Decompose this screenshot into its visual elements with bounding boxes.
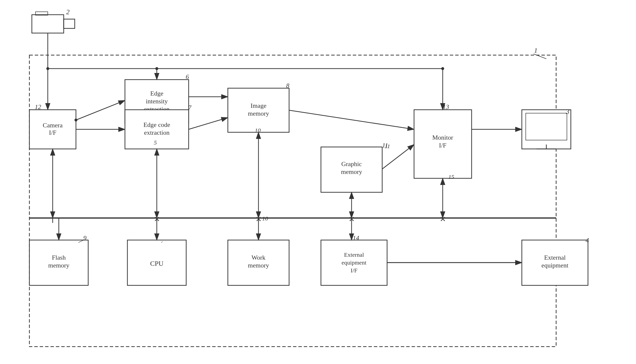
svg-line-38 [382,144,414,169]
svg-text:memory: memory [248,262,269,269]
svg-text:Flash: Flash [52,254,66,261]
svg-rect-74 [128,240,186,285]
svg-text:Graphic: Graphic [341,160,362,168]
svg-line-16 [76,100,125,120]
svg-text:8: 8 [286,82,289,89]
diagram-container: 1 2 Camera I/F 12 Edge intensity extract… [7,7,629,357]
svg-text:memory: memory [341,168,362,176]
svg-text:4: 4 [586,236,589,244]
svg-text:✕: ✕ [256,215,262,223]
svg-rect-34 [321,147,382,192]
svg-text:3: 3 [566,108,569,115]
svg-line-5 [534,54,546,59]
svg-rect-77 [228,240,289,285]
svg-text:10: 10 [255,127,261,134]
svg-rect-89 [522,240,588,285]
svg-text:Camera: Camera [43,122,63,129]
svg-point-17 [74,118,78,122]
svg-rect-7 [64,19,75,28]
svg-text:15: 15 [448,174,454,180]
svg-text:12: 12 [35,103,41,110]
svg-text:9: 9 [83,234,86,242]
svg-line-95 [78,240,85,242]
svg-rect-29 [228,88,289,132]
svg-point-53 [155,67,158,70]
svg-text:I/F: I/F [49,129,56,136]
svg-point-54 [441,67,444,70]
svg-text:11: 11 [385,143,390,150]
svg-text:intensity: intensity [146,98,168,105]
svg-rect-81 [321,240,387,285]
svg-text:equipment: equipment [342,260,366,266]
svg-text:I/F: I/F [350,267,358,274]
svg-text:External: External [544,254,566,261]
svg-text:I/F: I/F [439,142,446,149]
svg-rect-3 [30,55,556,346]
svg-text:extraction: extraction [144,129,170,136]
svg-text:memory: memory [48,262,70,269]
svg-rect-18 [125,80,189,123]
svg-text:1: 1 [534,46,538,54]
svg-text:External: External [344,252,364,258]
svg-line-96 [161,242,163,242]
svg-rect-6 [32,15,64,33]
svg-text:Work: Work [251,254,265,261]
svg-text:5: 5 [154,140,157,146]
svg-text:memory: memory [248,110,269,117]
svg-text:13: 13 [443,103,449,110]
svg-text:✕: ✕ [348,215,355,223]
svg-rect-24 [125,110,189,149]
svg-text:11: 11 [382,142,388,149]
svg-rect-39 [414,110,472,178]
svg-text:✕: ✕ [440,215,446,223]
svg-text:equipment: equipment [542,262,569,269]
svg-line-33 [289,110,414,129]
svg-text:Edge code: Edge code [143,121,170,128]
svg-rect-8 [36,12,48,15]
diagram-svg: 1 2 Camera I/F 12 Edge intensity extract… [7,7,629,357]
svg-line-28 [189,118,228,129]
svg-rect-68 [30,240,88,285]
svg-text:6: 6 [186,73,189,80]
svg-rect-44 [522,110,571,149]
svg-text:Edge: Edge [150,90,163,97]
svg-text:CPU: CPU [150,260,164,267]
svg-point-52 [46,67,49,70]
svg-rect-45 [526,113,567,140]
svg-rect-11 [30,110,76,149]
svg-text:10: 10 [262,215,268,222]
svg-text:Image: Image [251,102,266,109]
svg-text:extraction: extraction [144,106,170,113]
svg-text:7: 7 [188,104,192,111]
svg-text:2: 2 [66,8,70,16]
svg-text:✕: ✕ [154,215,160,223]
svg-text:Monitor: Monitor [432,134,453,141]
svg-text:14: 14 [353,234,359,242]
